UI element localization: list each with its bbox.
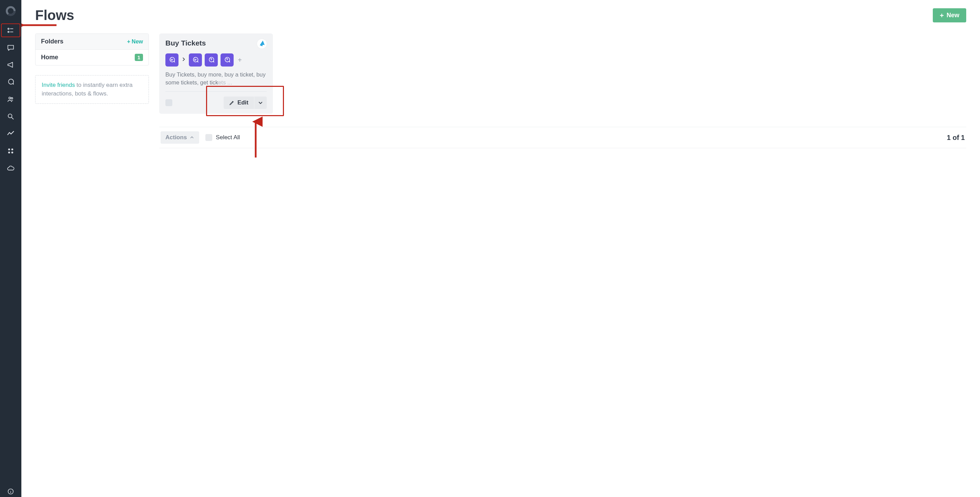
nav-item-analytics[interactable] [1,127,20,141]
folders-header: Folders + New [35,34,148,49]
chevron-up-icon [189,135,194,140]
chevron-right-icon [181,57,186,63]
pencil-icon [229,100,235,105]
flow-step-question-icon[interactable] [205,53,218,67]
svg-line-9 [12,118,14,119]
folder-name: Home [41,54,58,61]
flow-steps: + [165,53,267,67]
svg-point-8 [8,114,12,118]
nav-item-cloud[interactable] [1,161,20,175]
nav-rail [0,0,21,497]
select-all-label: Select All [216,134,240,141]
nav-item-megaphone[interactable] [1,58,20,72]
svg-point-12 [8,152,10,154]
invite-friends-link[interactable]: Invite friends [42,82,75,88]
nav-item-help[interactable] [0,488,21,495]
nav-item-apps[interactable] [1,144,20,158]
chevron-down-icon [258,100,263,105]
folders-panel: Folders + New Home 1 [35,33,149,65]
actions-dropdown[interactable]: Actions [161,131,199,144]
nav-item-search[interactable] [1,110,20,123]
select-all-checkbox[interactable] [205,134,212,141]
edit-dropdown-button[interactable] [254,97,267,109]
svg-point-7 [11,97,13,99]
folders-column: Folders + New Home 1 Invite friends to i… [35,33,149,104]
svg-point-6 [9,97,11,99]
main-content: Flows + New Folders + New Home 1 [21,0,980,497]
svg-point-2 [8,28,9,30]
page-count: 1 of 1 [947,134,965,142]
flow-step-message-icon[interactable] [165,53,178,67]
flow-step-question-icon[interactable] [221,53,234,67]
edit-button-group: Edit [224,97,267,109]
telegram-icon [257,39,267,49]
nav-item-conversation[interactable] [1,75,20,89]
nav-item-chat[interactable] [1,41,20,54]
add-step-button[interactable]: + [236,56,243,64]
plus-icon: + [940,12,944,19]
folder-row-home[interactable]: Home 1 [35,49,148,65]
svg-point-4 [8,31,9,33]
nav-item-flows[interactable] [1,24,20,37]
new-folder-button[interactable]: + New [127,38,143,45]
new-flow-button[interactable]: + New [933,8,966,22]
svg-point-13 [11,152,13,154]
new-flow-label: New [947,12,959,19]
content-column: Buy Tickets [159,33,966,148]
actions-label: Actions [165,134,187,141]
svg-point-11 [11,148,13,151]
flow-select-checkbox[interactable] [165,99,172,106]
invite-box: Invite friends to instantly earn extra i… [35,75,149,104]
flow-description: Buy Tickets, buy more, buy a ticket, buy… [165,71,267,92]
svg-point-10 [8,148,10,151]
select-all[interactable]: Select All [205,134,240,141]
plus-icon: + [127,38,130,45]
page-header: Flows + New [35,8,966,23]
nav-item-users[interactable] [1,92,20,106]
folder-count-badge: 1 [135,54,143,61]
edit-label: Edit [237,99,248,106]
new-folder-label: New [132,38,143,45]
flow-step-message-icon[interactable] [189,53,202,67]
folders-title: Folders [41,38,64,45]
flow-card[interactable]: Buy Tickets [159,33,273,114]
edit-flow-button[interactable]: Edit [224,97,254,109]
actions-bar: Actions Select All 1 of 1 [159,127,966,148]
page-title: Flows [35,8,74,23]
app-logo [4,4,18,18]
flow-title: Buy Tickets [165,39,206,47]
